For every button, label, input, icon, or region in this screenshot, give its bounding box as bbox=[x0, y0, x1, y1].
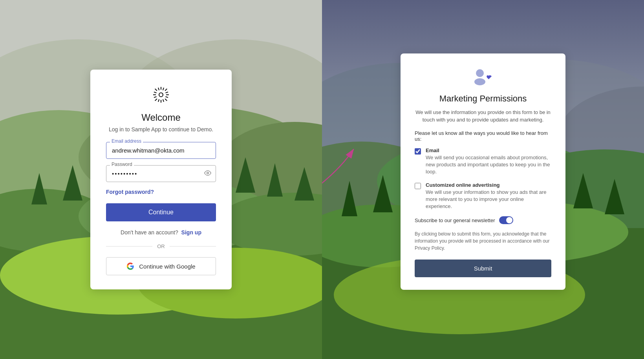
password-label: Password bbox=[110, 162, 134, 167]
divider-line-left bbox=[106, 246, 152, 247]
newsletter-toggle-row: Subscribe to our general newsletter bbox=[415, 216, 551, 224]
svg-line-27 bbox=[158, 88, 159, 90]
toggle-thumb bbox=[506, 217, 512, 223]
or-divider: OR bbox=[106, 243, 216, 249]
left-panel: Welcome Log in to Sample App to continue… bbox=[0, 0, 322, 359]
email-input[interactable] bbox=[106, 142, 216, 159]
svg-line-23 bbox=[165, 89, 167, 91]
google-button[interactable]: Continue with Google bbox=[106, 257, 216, 275]
forgot-password-link[interactable]: Forgot password? bbox=[106, 188, 216, 195]
newsletter-label: Subscribe to our general newsletter bbox=[415, 217, 495, 223]
svg-line-29 bbox=[166, 92, 168, 93]
advertising-option-row: Customized online advertising We will us… bbox=[415, 182, 551, 210]
svg-line-26 bbox=[166, 97, 168, 98]
svg-point-52 bbox=[474, 78, 485, 85]
logo bbox=[152, 85, 170, 112]
advertising-option-title: Customized online advertising bbox=[426, 182, 551, 188]
permissions-icon bbox=[471, 68, 495, 87]
svg-line-21 bbox=[155, 89, 157, 91]
submit-button[interactable]: Submit bbox=[415, 260, 551, 277]
welcome-title: Welcome bbox=[141, 112, 181, 123]
svg-line-31 bbox=[163, 88, 164, 90]
password-toggle-icon[interactable] bbox=[204, 169, 211, 178]
svg-point-33 bbox=[159, 93, 163, 97]
advertising-checkbox[interactable] bbox=[415, 183, 421, 189]
svg-point-51 bbox=[476, 69, 484, 77]
marketing-permissions-card: Marketing Permissions We will use the in… bbox=[401, 53, 565, 290]
signup-row: Don't have an account? Sign up bbox=[121, 229, 201, 236]
svg-line-22 bbox=[165, 99, 167, 101]
privacy-note: By clicking below to submit this form, y… bbox=[415, 230, 551, 252]
or-text: OR bbox=[157, 243, 165, 249]
google-icon bbox=[126, 262, 134, 270]
email-label: Email address bbox=[110, 138, 143, 144]
right-panel: Marketing Permissions We will use the in… bbox=[322, 0, 644, 359]
login-card: Welcome Log in to Sample App to continue… bbox=[90, 70, 232, 289]
logo-icon bbox=[152, 85, 170, 104]
email-option-row: Email We will send you occasional emails… bbox=[415, 147, 551, 176]
email-checkbox[interactable] bbox=[415, 148, 421, 155]
advertising-option-label: Customized online advertising We will us… bbox=[426, 182, 551, 210]
permissions-title: Marketing Permissions bbox=[415, 94, 551, 104]
advertising-option-description: We will use your information to show you… bbox=[426, 189, 547, 209]
forgot-password-anchor[interactable]: Forgot password? bbox=[106, 189, 154, 195]
card-icon-group bbox=[415, 68, 551, 87]
google-button-label: Continue with Google bbox=[139, 263, 195, 270]
sign-up-link[interactable]: Sign up bbox=[181, 229, 201, 236]
svg-point-34 bbox=[207, 172, 209, 174]
password-input[interactable] bbox=[106, 165, 216, 182]
svg-line-25 bbox=[154, 92, 157, 93]
email-option-description: We will send you occasional emails about… bbox=[426, 155, 550, 175]
welcome-subtitle: Log in to Sample App to continue to Demo… bbox=[109, 126, 213, 133]
email-field-group: Email address bbox=[106, 142, 216, 159]
svg-line-32 bbox=[158, 99, 159, 102]
email-option-label: Email We will send you occasional emails… bbox=[426, 147, 551, 176]
no-account-text: Don't have an account? bbox=[121, 229, 178, 236]
svg-line-28 bbox=[163, 99, 164, 102]
svg-line-30 bbox=[154, 97, 157, 98]
permissions-prompt: Please let us know all the ways you woul… bbox=[415, 130, 551, 142]
svg-line-24 bbox=[155, 99, 157, 101]
email-option-title: Email bbox=[426, 147, 551, 153]
permissions-description: We will use the information you provide … bbox=[415, 109, 551, 124]
newsletter-toggle[interactable] bbox=[499, 216, 513, 224]
password-field-group: Password bbox=[106, 165, 216, 182]
divider-line-right bbox=[170, 246, 216, 247]
continue-button[interactable]: Continue bbox=[106, 203, 216, 221]
